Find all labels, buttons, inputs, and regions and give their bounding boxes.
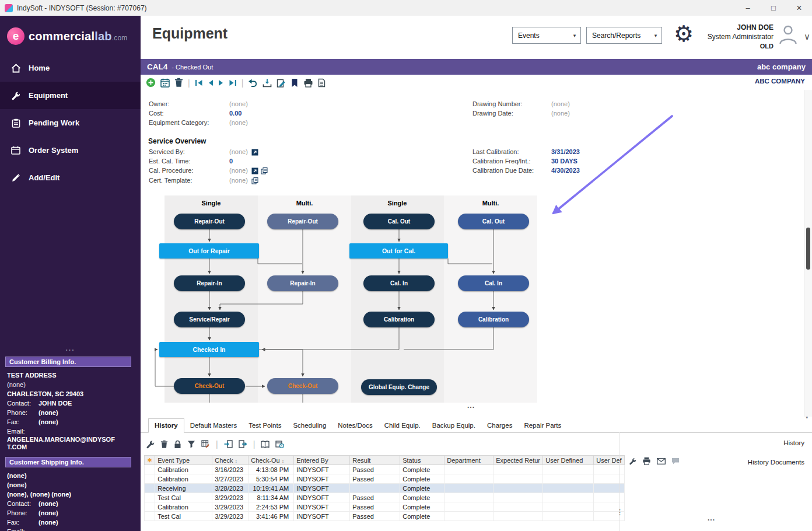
horizontal-splitter-dots[interactable]: ... xyxy=(467,401,475,410)
cell-check-date[interactable]: 3/28/2023 xyxy=(212,484,249,493)
open-lookup-icon[interactable] xyxy=(251,166,258,177)
next-record-icon[interactable] xyxy=(218,79,224,86)
cell-expected-return[interactable] xyxy=(494,465,543,474)
cell-department[interactable] xyxy=(444,465,494,474)
grid-filter-icon[interactable] xyxy=(187,440,195,448)
print-icon[interactable] xyxy=(303,78,313,88)
sidebar-item-pending-work[interactable]: Pending Work xyxy=(0,109,141,137)
cell-user-defined[interactable] xyxy=(543,484,594,493)
cell-entered-by[interactable]: INDYSOFT xyxy=(294,512,350,521)
cell-check-date[interactable]: 3/16/2023 xyxy=(212,465,249,474)
cell-check-date[interactable]: 3/29/2023 xyxy=(212,493,249,502)
cell-status[interactable]: Complete xyxy=(400,512,444,521)
docs-email-icon[interactable] xyxy=(657,458,666,464)
close-button[interactable]: × xyxy=(786,0,812,16)
tab-child-equip[interactable]: Child Equip. xyxy=(379,419,426,432)
cell-entered-by[interactable]: INDYSOFT xyxy=(294,474,350,484)
calendar-icon[interactable] xyxy=(160,78,170,88)
open-dialog-icon[interactable] xyxy=(251,176,258,187)
history-row[interactable]: Calibration 3/27/2023 5:30:54 PM INDYSOF… xyxy=(145,474,625,484)
tab-scheduling[interactable]: Scheduling xyxy=(287,419,332,432)
flow-node-calibration-single[interactable]: Calibration xyxy=(363,312,435,327)
tab-notes-docs[interactable]: Notes/Docs xyxy=(332,419,378,432)
open-lookup-icon[interactable] xyxy=(251,148,258,158)
brand-logo[interactable]: e commerciallab.com xyxy=(0,16,141,54)
cell-check-date[interactable]: 3/29/2023 xyxy=(212,512,249,521)
documents-splitter-dots[interactable]: ... xyxy=(708,514,715,522)
history-row[interactable]: Calibration 3/16/2023 4:13:08 PM INDYSOF… xyxy=(145,465,625,474)
column-header-user-defined[interactable]: User Defined xyxy=(543,456,594,465)
flow-node-global-equip-change[interactable]: Global Equip. Change xyxy=(361,379,437,395)
cell-department[interactable] xyxy=(444,493,494,502)
sidebar-splitter-dots[interactable]: ... xyxy=(0,344,141,352)
grid-edit-table-icon[interactable] xyxy=(201,440,210,448)
scrollbar-thumb[interactable] xyxy=(806,228,810,270)
cell-user-defined[interactable] xyxy=(543,474,594,484)
sidebar-item-home[interactable]: Home xyxy=(0,54,141,82)
search-reports-dropdown[interactable]: Search/Reports ▾ xyxy=(586,27,662,44)
flow-node-cal-in-single[interactable]: Cal. In xyxy=(363,275,435,291)
cell-event-type[interactable]: Calibration xyxy=(155,465,212,474)
events-dropdown[interactable]: Events ▾ xyxy=(512,27,581,44)
flow-node-repair-in-single[interactable]: Repair-In xyxy=(174,275,245,291)
flow-node-cal-out-single[interactable]: Cal. Out xyxy=(363,214,435,229)
tab-history[interactable]: History xyxy=(148,418,184,433)
avatar[interactable] xyxy=(777,23,799,47)
cell-check-date[interactable]: 3/29/2023 xyxy=(212,502,249,512)
flow-node-repair-out-multi[interactable]: Repair-Out xyxy=(267,214,338,229)
tab-default-masters[interactable]: Default Masters xyxy=(184,419,243,432)
flow-node-service-repair[interactable]: Service/Repair xyxy=(174,312,245,327)
cell-check-out-time[interactable]: 2:24:53 PM xyxy=(249,502,294,512)
docs-comment-icon[interactable] xyxy=(671,457,680,464)
first-record-icon[interactable] xyxy=(195,79,203,86)
flag-bookmark-icon[interactable] xyxy=(290,78,299,88)
last-record-icon[interactable] xyxy=(229,79,237,86)
vertical-splitter-dots[interactable]: ⋮ xyxy=(616,508,624,516)
column-header-status[interactable]: Status xyxy=(400,456,444,465)
flow-node-check-out-single[interactable]: Check-Out xyxy=(174,378,245,394)
billing-email-value[interactable]: ANGELENA.MARCIANO@INDYSOFT.COM xyxy=(7,436,117,451)
add-record-icon[interactable] xyxy=(146,78,156,88)
cell-expected-return[interactable] xyxy=(494,512,543,521)
cell-user-defined[interactable] xyxy=(543,493,594,502)
cell-entered-by[interactable]: INDYSOFT xyxy=(294,502,350,512)
grid-lock-icon[interactable] xyxy=(174,440,181,449)
cell-expected-return[interactable] xyxy=(494,493,543,502)
row-indicator-header[interactable]: ∗ xyxy=(145,456,155,465)
cell-entered-by[interactable]: INDYSOFT xyxy=(294,484,350,493)
cell-event-type[interactable]: Test Cal xyxy=(155,512,212,521)
grid-tools-icon[interactable] xyxy=(146,440,155,449)
flow-node-out-for-repair[interactable]: Out for Repair xyxy=(159,243,259,258)
cell-expected-return[interactable] xyxy=(494,502,543,512)
flow-node-repair-in-multi[interactable]: Repair-In xyxy=(267,275,338,291)
column-header-check[interactable]: Check↕ xyxy=(212,456,249,465)
save-download-icon[interactable] xyxy=(262,78,272,88)
flow-node-check-out-multi[interactable]: Check-Out xyxy=(267,378,338,394)
document-icon[interactable] xyxy=(318,78,326,88)
edit-record-icon[interactable] xyxy=(276,78,286,88)
cell-department[interactable] xyxy=(444,502,494,512)
cell-result[interactable]: Passed xyxy=(350,474,400,484)
flow-node-checked-in[interactable]: Checked In xyxy=(159,342,259,357)
flow-node-cal-out-multi[interactable]: Cal. Out xyxy=(458,214,529,229)
grid-ledger-icon[interactable] xyxy=(261,441,270,448)
cell-result[interactable]: Passed xyxy=(350,502,400,512)
cell-check-out-time[interactable]: 10:19:41 AM xyxy=(249,484,294,493)
open-dialog-icon[interactable] xyxy=(261,166,268,177)
column-header-result[interactable]: Result xyxy=(350,456,400,465)
user-menu-chevron-icon[interactable]: ∨ xyxy=(804,32,810,42)
docs-print-icon[interactable] xyxy=(642,457,651,465)
undo-icon[interactable] xyxy=(248,79,258,87)
cell-check-out-time[interactable]: 8:11:34 AM xyxy=(249,493,294,502)
cell-status[interactable]: Complete xyxy=(400,465,444,474)
grid-import-icon[interactable] xyxy=(224,440,233,448)
cell-check-date[interactable]: 3/27/2023 xyxy=(212,474,249,484)
cell-entered-by[interactable]: INDYSOFT xyxy=(294,465,350,474)
cell-department[interactable] xyxy=(444,512,494,521)
flow-node-calibration-multi[interactable]: Calibration xyxy=(458,312,529,327)
cell-check-out-time[interactable]: 4:13:08 PM xyxy=(249,465,294,474)
minimize-button[interactable]: – xyxy=(735,0,761,16)
sidebar-item-equipment[interactable]: Equipment xyxy=(0,82,141,109)
maximize-button[interactable]: □ xyxy=(761,0,786,16)
grid-export-icon[interactable] xyxy=(239,440,247,448)
